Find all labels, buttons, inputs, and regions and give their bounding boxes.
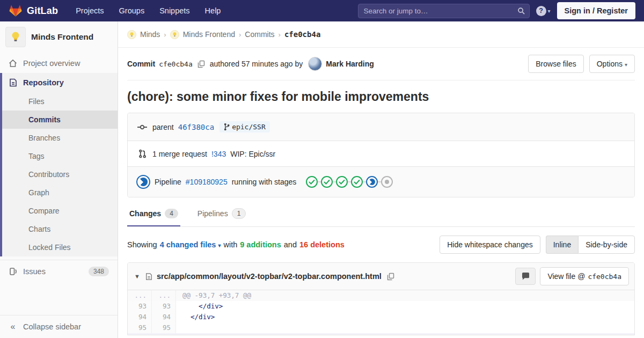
new-line-number[interactable]: ... (152, 290, 176, 301)
sidebar-item-locked-files[interactable]: Locked Files (2, 238, 118, 256)
stage-passed-icon[interactable] (351, 176, 363, 188)
tab-changes[interactable]: Changes 4 (127, 201, 180, 226)
sign-in-button[interactable]: Sign in / Register (557, 2, 635, 19)
stage-running-icon[interactable] (366, 176, 378, 188)
sidebar-item-compare[interactable]: Compare (2, 202, 118, 220)
view-file-sha: cfe0cb4a (588, 273, 621, 281)
nav-link-help[interactable]: Help (200, 0, 226, 21)
tab-pipelines[interactable]: Pipelines 1 (195, 201, 248, 226)
stage-passed-icon[interactable] (306, 176, 318, 188)
old-line-number[interactable]: ... (128, 290, 152, 301)
tab-count-badge: 4 (165, 209, 178, 218)
sidebar-item-issues[interactable]: Issues 348 (0, 260, 118, 283)
copy-icon (197, 60, 205, 68)
diff-table: ... ... @@ -93,7 +93,7 @@ 93 93 </div> 9… (128, 290, 634, 335)
chevron-down-icon: ▾ (218, 243, 221, 248)
commit-title: (chore): some minor fixes for mobile imp… (127, 80, 635, 113)
diff-line-match: ... ... @@ -93,7 +93,7 @@ (128, 290, 634, 301)
browse-files-button[interactable]: Browse files (528, 55, 583, 73)
file-path[interactable]: src/app/common/layout/v2-topbar/v2-topba… (157, 272, 382, 281)
sidebar-item-commits[interactable]: Commits (2, 111, 118, 129)
breadcrumb-commits[interactable]: Commits (245, 30, 274, 39)
pipeline-running-icon[interactable] (136, 175, 150, 189)
author-avatar[interactable] (308, 57, 322, 71)
old-line-number[interactable]: 93 (128, 301, 152, 312)
copy-icon (387, 273, 394, 281)
search-icon[interactable] (517, 7, 525, 15)
copy-sha-button[interactable] (196, 60, 206, 68)
project-avatar (5, 27, 26, 47)
collapse-sidebar-button[interactable]: « Collapse sidebar (0, 315, 118, 338)
help-menu[interactable]: ? ▾ (536, 6, 551, 16)
document-icon (9, 78, 17, 87)
collapse-diff-caret-icon[interactable]: ▼ (133, 272, 141, 281)
merge-request-text: 1 merge request (152, 150, 207, 158)
authored-text: authored 57 minutes ago by (210, 60, 303, 68)
diff-view-toggle: Inline Side-by-side (546, 236, 635, 254)
hide-whitespace-button[interactable]: Hide whitespace changes (440, 236, 540, 254)
diff-line: 95 95 (128, 322, 634, 333)
sidebar-item-label: Repository (23, 78, 64, 87)
parent-sha-link[interactable]: 46f380ca (178, 123, 214, 131)
issues-count-badge: 348 (89, 267, 109, 276)
file-diff: ▼ src/app/common/layout/v2-topbar/v2-top… (127, 262, 635, 335)
parent-row: parent 46f380ca epic/SSR (128, 113, 634, 141)
pipeline-id-link[interactable]: #109180925 (186, 178, 228, 186)
stage-passed-icon[interactable] (336, 176, 348, 188)
new-line-number[interactable]: 95 (152, 322, 176, 333)
sidebar-item-tags[interactable]: Tags (2, 147, 118, 165)
changed-files-dropdown[interactable]: 4 changed files ▾ (160, 240, 221, 249)
side-by-side-view-button[interactable]: Side-by-side (578, 236, 635, 254)
diff-code: </div> (176, 312, 634, 322)
project-sidebar: Minds Frontend Project overview Reposito… (0, 21, 118, 338)
gitlab-tanuki-icon (9, 4, 23, 18)
project-context-header[interactable]: Minds Frontend (0, 21, 118, 54)
sidebar-item-charts[interactable]: Charts (2, 220, 118, 238)
copy-path-button[interactable] (386, 273, 396, 281)
breadcrumb-project[interactable]: Minds Frontend (183, 30, 235, 39)
new-line-number[interactable]: 93 (152, 301, 176, 312)
commit-sha: cfe0cb4a (159, 60, 193, 68)
new-line-number[interactable]: 94 (152, 312, 176, 322)
sidebar-item-repository[interactable]: Repository (2, 73, 118, 92)
branch-badge[interactable]: epic/SSR (219, 121, 270, 133)
top-navbar: GitLab Projects Groups Snippets Help ? ▾… (0, 0, 644, 21)
sidebar-item-graph[interactable]: Graph (2, 183, 118, 202)
old-line-number[interactable]: 95 (128, 322, 152, 333)
branch-icon (224, 123, 230, 130)
sidebar-item-files[interactable]: Files (2, 92, 118, 111)
gitlab-logo[interactable]: GitLab (9, 4, 58, 18)
merge-request-link[interactable]: !343 (211, 150, 226, 158)
options-dropdown-button[interactable]: Options▾ (589, 55, 635, 73)
commit-tabs: Changes 4 Pipelines 1 (127, 201, 635, 227)
nav-link-projects[interactable]: Projects (71, 0, 108, 21)
merge-request-icon (136, 149, 148, 158)
tab-label: Changes (129, 209, 161, 218)
stage-created-icon[interactable] (381, 176, 393, 188)
view-file-button[interactable]: View file @ cfe0cb4a (540, 267, 629, 285)
comment-button[interactable] (515, 268, 536, 285)
diff-code: @@ -93,7 +93,7 @@ (176, 290, 634, 301)
inline-view-button[interactable]: Inline (546, 236, 578, 254)
file-diff-header: ▼ src/app/common/layout/v2-topbar/v2-top… (128, 263, 634, 290)
commit-info-box: parent 46f380ca epic/SSR (127, 113, 635, 197)
lightbulb-icon (10, 31, 21, 43)
breadcrumb-current-sha: cfe0cb4a (284, 30, 320, 39)
diff-controls-row: Showing 4 changed files ▾ with 9 additio… (127, 227, 635, 262)
breadcrumb-group[interactable]: Minds (140, 30, 160, 39)
stage-passed-icon[interactable] (321, 176, 333, 188)
project-avatar-small (170, 30, 179, 39)
sidebar-item-branches[interactable]: Branches (2, 129, 118, 147)
sidebar-item-project-overview[interactable]: Project overview (0, 54, 118, 73)
old-line-number[interactable]: 94 (128, 312, 152, 322)
main-content: Minds › Minds Frontend › Commits › cfe0c… (118, 21, 644, 338)
commit-label: Commit (127, 60, 155, 68)
showing-label: Showing (127, 240, 157, 249)
diff-code: </div> (176, 301, 634, 312)
nav-link-groups[interactable]: Groups (114, 0, 150, 21)
sidebar-item-contributors[interactable]: Contributors (2, 165, 118, 183)
author-name[interactable]: Mark Harding (326, 60, 374, 68)
nav-link-snippets[interactable]: Snippets (155, 0, 194, 21)
search-input[interactable] (358, 4, 530, 18)
file-icon (145, 273, 152, 281)
